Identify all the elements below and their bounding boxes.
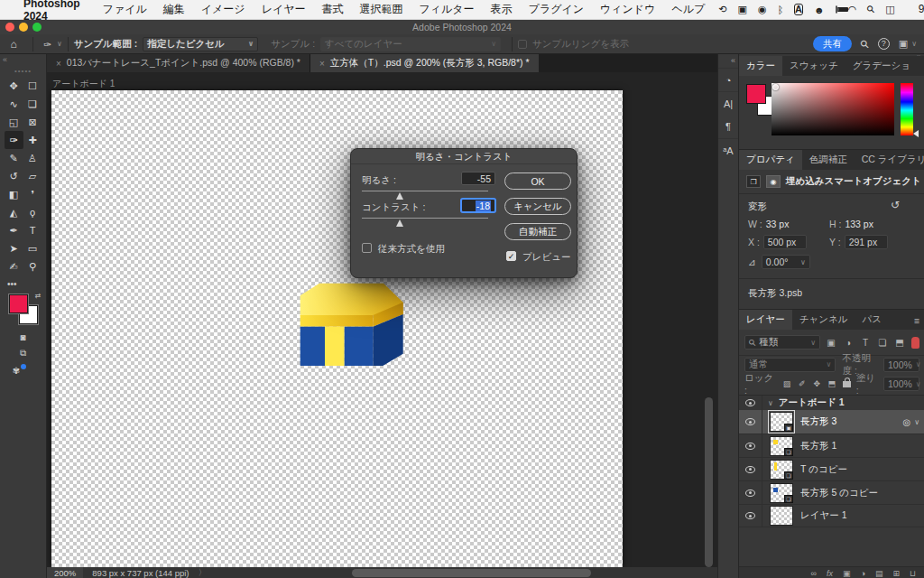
layer-name[interactable]: 長方形 5 のコピー (800, 487, 878, 499)
filter-smart-objects-icon[interactable]: ⬒ (893, 338, 906, 348)
home-icon[interactable]: ⌂ (0, 38, 27, 51)
layer-effects-icon[interactable]: fx (827, 569, 833, 578)
history-panel-icon[interactable]: ◔ (718, 68, 738, 91)
blur-tool[interactable]: ❜ (23, 185, 42, 203)
layer-row[interactable]: ❏ 長方形 1 (739, 434, 924, 457)
history-brush-tool[interactable]: ↺ (5, 167, 23, 185)
visibility-toggle[interactable] (739, 481, 762, 504)
app-menu[interactable]: Photoshop 2024 (23, 0, 80, 23)
opacity-field[interactable]: 100% ∨ (883, 358, 919, 372)
close-tab-icon[interactable]: × (319, 59, 325, 69)
control-center-icon[interactable]: ◫ (885, 4, 894, 15)
menu-help[interactable]: ヘルプ (663, 2, 713, 17)
workspace-icon[interactable]: ▣ (899, 38, 908, 50)
saturation-brightness-box[interactable] (772, 83, 894, 135)
minimize-window-button[interactable] (19, 23, 28, 32)
tab-channels[interactable]: チャンネル (792, 310, 855, 330)
quick-mask-icon[interactable]: ◙ (0, 332, 46, 342)
hand-tool[interactable]: ✍ (5, 257, 23, 275)
lock-pixels-icon[interactable]: ✐ (796, 379, 808, 388)
menu-view[interactable]: 表示 (483, 2, 521, 17)
preview-checkbox[interactable]: ✓ (506, 251, 516, 261)
sample-ring-checkbox[interactable] (518, 40, 527, 49)
spot-healing-tool[interactable]: ✚ (23, 131, 42, 149)
filter-toggle-pin[interactable] (911, 337, 919, 349)
brightness-slider[interactable] (362, 191, 488, 191)
menu-select[interactable]: 選択範囲 (351, 2, 411, 17)
preset-chevron-icon[interactable]: ∨ (57, 40, 62, 48)
gradient-tool[interactable]: ◧ (5, 185, 23, 203)
filter-type-layers-icon[interactable]: T (859, 338, 872, 348)
share-button[interactable]: 共有 (813, 36, 852, 51)
move-tool[interactable]: ✥ (5, 77, 23, 95)
tab-swatches[interactable]: スウォッチ (782, 56, 845, 76)
expand-effects-icon[interactable]: ∨ (914, 418, 919, 426)
generative-badge-icon[interactable]: ✾ (9, 366, 23, 376)
menu-file[interactable]: ファイル (95, 2, 155, 17)
brightness-slider-thumb[interactable] (396, 192, 403, 200)
wifi-icon[interactable]: ◠ (848, 4, 857, 15)
collapse-artboard-icon[interactable]: ∨ (768, 399, 773, 407)
reset-transform-icon[interactable]: ↺ (891, 199, 900, 211)
menu-layer[interactable]: レイヤー (254, 2, 314, 17)
tab-color[interactable]: カラー (739, 56, 782, 76)
contrast-slider[interactable] (362, 218, 488, 219)
menu-edit[interactable]: 編集 (155, 2, 193, 17)
tab-properties[interactable]: プロパティ (739, 150, 802, 170)
zoom-window-button[interactable] (32, 23, 42, 32)
screen-mode-icon[interactable]: ⧉ (0, 348, 46, 359)
foreground-color-swatch[interactable] (746, 84, 766, 104)
tab-paths[interactable]: パス (855, 310, 889, 330)
menu-image[interactable]: イメージ (193, 2, 254, 17)
smart-object-filename[interactable]: 長方形 3.psb (748, 287, 802, 300)
visibility-toggle[interactable] (739, 505, 762, 527)
filter-adjustment-layers-icon[interactable]: ◑ (842, 338, 855, 348)
tab-cc-libraries[interactable]: CC ライブラリ (855, 150, 924, 170)
color-picker-ring[interactable] (772, 84, 779, 90)
new-group-icon[interactable]: ▤ (875, 569, 883, 578)
lock-position-icon[interactable]: ✥ (811, 379, 823, 388)
y-field[interactable]: 291 px (845, 235, 888, 249)
object-selection-tool[interactable]: ❏ (23, 95, 42, 113)
width-value[interactable]: 33 px (766, 219, 790, 229)
contrast-slider-thumb[interactable] (396, 219, 403, 227)
layer-filter-dropdown[interactable]: ⚲種類 ∨ (744, 335, 820, 350)
legacy-checkbox[interactable] (362, 243, 372, 253)
time-machine-icon[interactable]: ⟲ (718, 4, 726, 15)
hue-slider-arrow[interactable] (913, 130, 919, 137)
close-tab-icon[interactable]: × (56, 59, 61, 69)
smudge-tool[interactable]: ◭ (5, 203, 23, 221)
edit-toolbar-icon[interactable]: ••• (0, 279, 46, 289)
paragraph-panel-icon[interactable]: ¶ (718, 115, 738, 138)
tab-patterns[interactable]: パターン (918, 56, 924, 76)
layer-thumbnail[interactable]: ❏ (770, 483, 793, 503)
toolbar-grip[interactable]: ••••• (0, 64, 46, 75)
artboard-label[interactable]: アートボード 1 (52, 78, 115, 90)
tab-gradients[interactable]: グラデーショ (845, 56, 918, 76)
smart-object-badge-icon[interactable]: ❒ (746, 175, 761, 188)
marquee-tool[interactable]: ☐ (23, 77, 42, 95)
panel-menu-icon[interactable]: ≡ (909, 315, 924, 330)
layer-row[interactable]: ❏ 長方形 5 のコピー (739, 480, 924, 504)
visibility-toggle[interactable] (739, 396, 762, 410)
layer-row-selected[interactable]: ▣ 長方形 3 ◎ ∨ (739, 410, 924, 434)
user-switch-icon[interactable]: ☻ (814, 5, 825, 15)
horizontal-scrollbar[interactable] (352, 569, 591, 577)
zoom-level[interactable]: 200% (47, 567, 83, 578)
workspace-chevron-icon[interactable]: ∨ (911, 40, 917, 48)
lasso-tool[interactable]: ∿ (5, 95, 23, 113)
layer-row-artboard[interactable]: ∨ アートボード 1 (739, 395, 924, 410)
input-source-icon[interactable]: A (794, 4, 803, 15)
dodge-tool[interactable]: ϙ (23, 203, 42, 221)
foreground-color-swatch[interactable] (9, 294, 28, 313)
lock-artboard-icon[interactable]: ⬒ (827, 379, 838, 388)
document-tab-1[interactable]: × 013バナートレース_Tポイント.psd @ 400% (RGB/8) * (47, 54, 310, 72)
zoom-tool[interactable]: ⚲ (23, 257, 42, 275)
layer-name[interactable]: レイヤー 1 (800, 509, 847, 522)
type-tool[interactable]: T (23, 221, 42, 239)
path-selection-tool[interactable]: ➤ (5, 239, 23, 257)
eyedropper-preset-icon[interactable]: ✑ (39, 39, 57, 50)
angle-field[interactable]: 0.00° ∨ (762, 255, 810, 269)
height-value[interactable]: 133 px (845, 219, 873, 229)
visibility-toggle[interactable] (739, 434, 762, 457)
